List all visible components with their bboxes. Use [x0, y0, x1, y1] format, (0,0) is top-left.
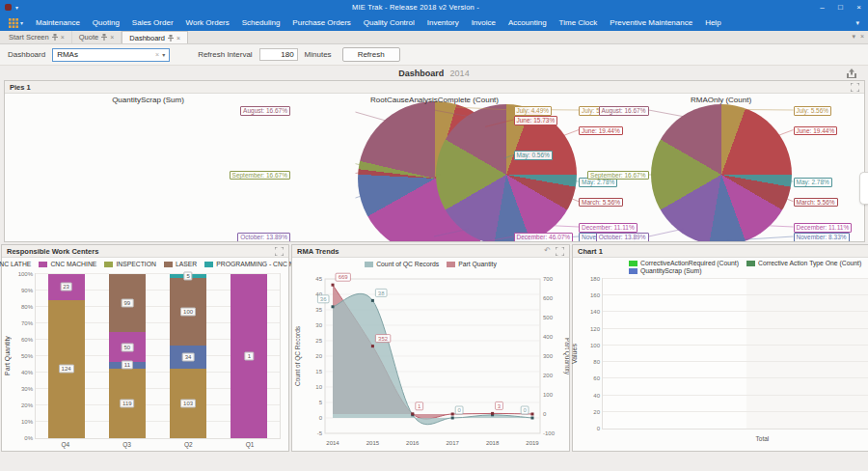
svg-text:600: 600	[543, 295, 554, 301]
menu-item-invoice[interactable]: Invoice	[472, 18, 496, 27]
svg-text:669: 669	[339, 274, 349, 280]
refresh-interval-input[interactable]	[259, 48, 298, 61]
y-tick-label: 60	[577, 375, 600, 381]
menu-item-accounting[interactable]: Accounting	[508, 18, 547, 27]
svg-text:300: 300	[543, 353, 554, 359]
menu-item-help[interactable]: Help	[705, 18, 720, 27]
bar-segment-cnc-lathe[interactable]: 34	[170, 346, 206, 369]
expand-icon[interactable]	[851, 83, 859, 92]
pie-slice-label: June: 15.73%	[514, 116, 558, 125]
minimize-button[interactable]: –	[813, 0, 831, 14]
legend-swatch	[365, 262, 373, 267]
tab-quote[interactable]: Quote×	[72, 31, 122, 43]
menu-item-purchase-orders[interactable]: Purchase Orders	[292, 18, 350, 27]
pie-circle[interactable]	[651, 104, 792, 241]
y-tick-label: 120	[577, 326, 600, 332]
tab-list-chevron-icon[interactable]: ▾	[852, 33, 855, 41]
title-bar: ▾ MIE Trak - Release 2018 v2 Version - –…	[0, 0, 868, 14]
menu-item-scheduling[interactable]: Scheduling	[242, 18, 281, 27]
close-tab-icon[interactable]: ×	[176, 35, 180, 42]
menu-item-work-orders[interactable]: Work Orders	[186, 18, 230, 27]
tab-dashboard[interactable]: Dashboard×	[122, 31, 188, 43]
bar-segment-blank[interactable]: 103	[170, 369, 206, 438]
combo-dropdown-icon[interactable]: ▾	[162, 51, 165, 58]
menu-item-maintenance[interactable]: Maintenance	[36, 18, 80, 27]
chart1-x-label: Total	[602, 435, 868, 442]
close-tab-icon[interactable]: ×	[61, 34, 65, 41]
x-tick-label: Q1	[231, 441, 269, 452]
pie-slice-label: September: 16.67%	[587, 171, 648, 180]
bar-segment-cnc-machine[interactable]: 1	[231, 274, 267, 438]
bar-segment-cnc-machine[interactable]: 50	[109, 332, 146, 361]
stacked-bar-q3[interactable]: 119115099	[109, 274, 146, 438]
legend-item-count-of-qc-records: Count of QC Records	[365, 261, 439, 267]
pie-slice-label: March: 5.56%	[794, 198, 838, 208]
legend-item-inspection: INSPECTION	[104, 261, 156, 267]
menu-bar-items: MaintenanceQuotingSales OrderWork Orders…	[36, 18, 721, 27]
maximize-button[interactable]: □	[831, 0, 850, 14]
legend-swatch	[204, 262, 213, 267]
pin-icon[interactable]	[168, 35, 174, 42]
menu-item-preventive-maintenance[interactable]: Preventive Maintenance	[610, 18, 692, 27]
pie-slice-label: August: 16.67%	[240, 106, 290, 116]
svg-text:Part Quantity: Part Quantity	[563, 338, 569, 375]
bar-segment-blank[interactable]: 119	[109, 369, 146, 439]
bar-segment-laser[interactable]: 99	[109, 274, 146, 332]
app-icon	[5, 4, 12, 11]
bar-segment-cnc-lathe[interactable]: 11	[109, 362, 146, 369]
work-centers-title: Responsible Work Centers	[7, 247, 98, 256]
pin-icon[interactable]	[52, 34, 58, 41]
bar-segment-programming-cnc-machining[interactable]: 5	[170, 274, 206, 278]
chart1-legend: CorrectiveActionRequired (Count)Correcti…	[573, 258, 868, 274]
menu-item-quoting[interactable]: Quoting	[93, 18, 120, 27]
work-centers-panel: Responsible Work Centers CNC LATHECNC MA…	[1, 244, 289, 452]
stacked-bar-q1[interactable]: 1	[231, 274, 267, 438]
tab-start-screen[interactable]: Start Screen×	[2, 31, 72, 43]
app-menu-button[interactable]: ▾	[9, 18, 23, 28]
pie-slice-label: August: 16.67%	[599, 106, 649, 116]
wc-chart: Part Quantity 0%10%20%30%40%50%60%70%80%…	[35, 273, 281, 451]
wc-cats: Q4Q3Q2Q1	[35, 441, 281, 452]
export-button[interactable]	[846, 69, 857, 81]
quick-access-toolbar[interactable]: ▾	[5, 4, 18, 11]
legend-swatch	[39, 262, 47, 267]
refresh-interval-label: Refresh Interval	[198, 50, 252, 59]
close-button[interactable]: ×	[850, 0, 868, 14]
ribbon-collapse-icon[interactable]: ▾	[855, 19, 859, 27]
y-tick-label: 70%	[10, 320, 33, 326]
legend-item-laser: LASER	[164, 261, 197, 267]
stacked-bar-q2[interactable]: 103341005	[170, 274, 206, 438]
menu-item-inventory[interactable]: Inventory	[427, 18, 459, 27]
pie-slice-label: May: 0.56%	[514, 151, 553, 160]
expand-icon[interactable]	[556, 247, 564, 256]
bar-value-label: 5	[183, 271, 192, 280]
menu-item-quality-control[interactable]: Quality Control	[364, 18, 415, 27]
window-title: MIE Trak - Release 2018 v2 Version -	[18, 3, 813, 12]
y-tick-label: 100%	[10, 271, 33, 277]
legend-item-cnc-machine: CNC MACHINE	[39, 261, 96, 267]
expand-icon[interactable]	[275, 247, 284, 256]
y-tick-label: 0%	[10, 435, 33, 441]
stacked-bar-q4[interactable]: 12423	[48, 274, 85, 438]
bar-value-label: 119	[120, 399, 135, 407]
close-all-tabs-icon[interactable]: ×	[860, 33, 864, 41]
combo-clear-icon[interactable]: ×	[155, 51, 159, 58]
bar-value-label: 100	[180, 307, 196, 316]
close-tab-icon[interactable]: ×	[110, 34, 114, 41]
pin-icon[interactable]	[101, 34, 107, 41]
legend-label: LASER	[176, 261, 197, 267]
bar-segment-laser[interactable]: 100	[170, 278, 206, 346]
svg-text:45: 45	[315, 276, 322, 282]
gridline	[603, 361, 868, 362]
dashboard-combo[interactable]: RMAs × ▾	[52, 48, 170, 62]
undo-icon[interactable]: ↶	[544, 247, 551, 255]
bar-segment-cnc-machine[interactable]: 23	[48, 274, 85, 300]
menu-item-sales-order[interactable]: Sales Order	[132, 18, 174, 27]
refresh-button[interactable]: Refresh	[342, 47, 400, 62]
pie-slice-label: October: 13.89%	[237, 233, 290, 241]
flyout-handle[interactable]	[859, 172, 868, 205]
legend-swatch	[746, 261, 755, 266]
menu-item-time-clock[interactable]: Time Clock	[559, 18, 598, 27]
svg-text:20: 20	[315, 353, 322, 359]
bar-segment-blank[interactable]: 124	[48, 300, 85, 438]
